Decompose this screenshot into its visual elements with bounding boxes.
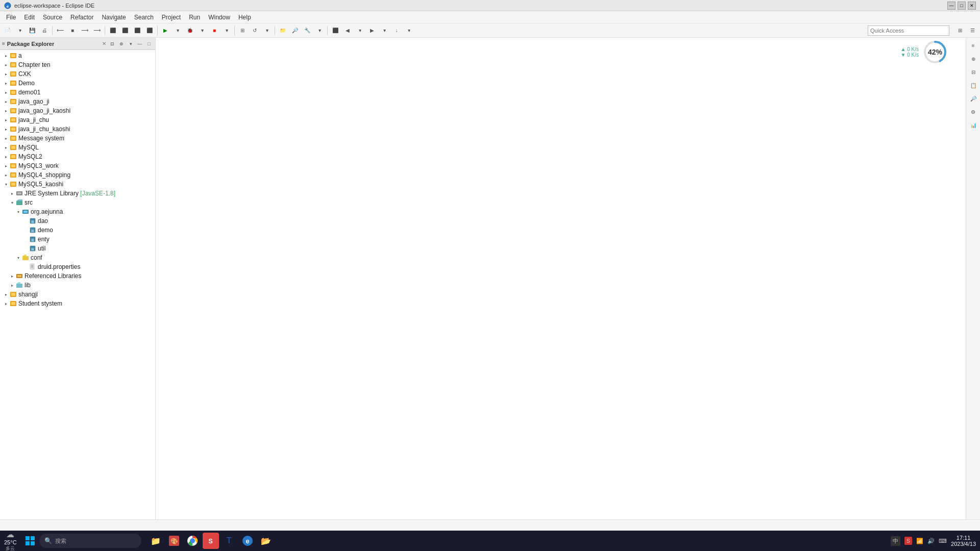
arrow-mysql2[interactable] (3, 154, 9, 160)
menu-run[interactable]: Run (185, 13, 204, 22)
tree-item-mysql3-work[interactable]: MySQL3_work (0, 161, 155, 170)
taskbar-app-sougou[interactable]: S (203, 533, 219, 549)
menu-navigate[interactable]: Navigate (97, 13, 130, 22)
toolbar-btn17[interactable]: 🔎 (289, 25, 301, 36)
toolbar-btn9[interactable]: ⬛ (107, 25, 118, 36)
tree-view[interactable]: a Chapter ten CXK (0, 50, 155, 519)
tree-item-mysql2[interactable]: MySQL2 (0, 152, 155, 161)
arrow-demo01[interactable] (3, 89, 9, 95)
arrow-mysql[interactable] (3, 144, 9, 151)
toolbar-run-dropdown[interactable]: ▾ (172, 25, 183, 36)
taskbar-app-paint[interactable]: 🎨 (166, 533, 182, 549)
toolbar-btn4[interactable]: 🖨 (39, 25, 50, 36)
arrow-org-aejunna[interactable] (15, 209, 21, 215)
tree-item-chapter-ten[interactable]: Chapter ten (0, 60, 155, 69)
toolbar-btn11[interactable]: ⬛ (132, 25, 143, 36)
toolbar-btn25[interactable]: ↓ (391, 25, 402, 36)
taskbar-app-word[interactable]: T (221, 533, 237, 549)
arrow-java-gao-ji[interactable] (3, 98, 9, 105)
quick-access-input[interactable] (868, 26, 949, 36)
toolbar-btn7[interactable]: ⟶ (79, 25, 90, 36)
tree-item-shangji[interactable]: shangji (0, 290, 155, 299)
toolbar-btn23[interactable]: ▶ (366, 25, 378, 36)
arrow-java-ji-chu[interactable] (3, 117, 9, 123)
toolbar-btn5[interactable]: ⟵ (55, 25, 66, 36)
tree-item-demo[interactable]: Demo (0, 79, 155, 88)
tree-item-java-ji-chu-kaoshi[interactable]: java_ji_chu_kaoshi (0, 124, 155, 134)
perspective-btn[interactable]: ⊞ (954, 25, 966, 36)
arrow-mysql3-work[interactable] (3, 163, 9, 169)
toolbar-btn22[interactable]: ▾ (354, 25, 365, 36)
tree-item-enty[interactable]: ⊞ enty (0, 235, 155, 244)
arrow-a[interactable] (3, 53, 9, 59)
tree-item-dao[interactable]: ⊞ dao (0, 216, 155, 226)
tree-item-java-gao-ji[interactable]: java_gao_ji (0, 97, 155, 106)
arrow-shangji[interactable] (3, 291, 9, 297)
tree-item-jre[interactable]: JRE System Library [JavaSE-1.8] (0, 189, 155, 198)
menu-search[interactable]: Search (130, 13, 158, 22)
right-btn5[interactable]: 🔎 (968, 93, 979, 104)
arrow-ref-libs[interactable] (9, 273, 15, 279)
toolbar-btn21[interactable]: ◀ (342, 25, 353, 36)
tree-item-conf[interactable]: conf (0, 253, 155, 262)
toolbar-btn18[interactable]: 🔧 (302, 25, 313, 36)
taskbar-sougou[interactable]: S (904, 537, 912, 545)
toolbar-btn13[interactable]: ⊞ (237, 25, 248, 36)
tree-item-student-system[interactable]: Student stystem (0, 299, 155, 308)
taskbar-app-explorer[interactable]: 📁 (148, 533, 164, 549)
tree-item-a[interactable]: a (0, 51, 155, 60)
tree-item-mysql[interactable]: MySQL (0, 143, 155, 152)
toolbar-save-btn[interactable]: 💾 (27, 25, 38, 36)
menu-source[interactable]: Source (39, 13, 66, 22)
collapse-all-btn[interactable]: ⊟ (108, 40, 116, 48)
toolbar-btn6[interactable]: ■ (67, 25, 78, 36)
taskbar-ime[interactable]: 中 (891, 536, 900, 546)
arrow-mysql4-shopping[interactable] (3, 172, 9, 178)
menu-help[interactable]: Help (234, 13, 255, 22)
menu-project[interactable]: Project (158, 13, 185, 22)
tree-item-message-system[interactable]: Message system (0, 134, 155, 143)
arrow-lib[interactable] (9, 282, 15, 288)
panel-close-icon[interactable]: ✕ (102, 41, 106, 46)
taskbar-app-eclipse2[interactable]: e (239, 533, 256, 549)
arrow-cxk[interactable] (3, 71, 9, 77)
panel-max-btn[interactable]: □ (145, 40, 153, 48)
tree-item-mysql4-shopping[interactable]: MySQL4_shopping (0, 170, 155, 180)
tree-item-cxk[interactable]: CXK (0, 69, 155, 79)
menu-edit[interactable]: Edit (20, 13, 39, 22)
toolbar-run-btn[interactable]: ▶ (160, 25, 171, 36)
taskbar-app-files[interactable]: 📂 (258, 533, 274, 549)
toolbar-debug-btn[interactable]: 🐞 (184, 25, 195, 36)
arrow-chapter-ten[interactable] (3, 62, 9, 68)
toolbar-btn19[interactable]: ▾ (314, 25, 325, 36)
right-btn7[interactable]: 📊 (968, 119, 979, 131)
toolbar-btn16[interactable]: 📁 (277, 25, 288, 36)
tree-item-demo-pkg[interactable]: ⊞ demo (0, 226, 155, 235)
right-btn1[interactable]: ≡ (968, 40, 979, 51)
tree-item-druid[interactable]: druid.properties (0, 262, 155, 271)
close-button[interactable]: ✕ (968, 2, 976, 10)
arrow-java-gao-ji-kaoshi[interactable] (3, 108, 9, 114)
tree-item-ref-libs[interactable]: Referenced Libraries (0, 271, 155, 281)
right-btn2[interactable]: ⊕ (968, 53, 979, 64)
toolbar-btn26[interactable]: ▾ (403, 25, 414, 36)
arrow-mysql5-kaoshi[interactable] (3, 181, 9, 187)
link-editor-btn[interactable]: ⊕ (117, 40, 126, 48)
toolbar-stop-dropdown[interactable]: ▾ (221, 25, 232, 36)
arrow-student-system[interactable] (3, 300, 9, 307)
toolbar-btn14[interactable]: ↺ (249, 25, 260, 36)
toolbar-btn8[interactable]: ⟶ (91, 25, 103, 36)
minimize-button[interactable]: — (947, 2, 955, 10)
taskbar-app-chrome[interactable] (184, 533, 201, 549)
menu-file[interactable]: File (2, 13, 20, 22)
tree-item-util[interactable]: ⊞ util (0, 244, 155, 253)
panel-settings-btn[interactable]: ▾ (127, 40, 135, 48)
toolbar-btn24[interactable]: ▾ (379, 25, 390, 36)
arrow-conf[interactable] (15, 255, 21, 261)
tree-item-src[interactable]: src (0, 198, 155, 207)
maximize-button[interactable]: □ (958, 2, 966, 10)
right-btn4[interactable]: 📋 (968, 80, 979, 91)
right-btn6[interactable]: ⚙ (968, 106, 979, 117)
toolbar-btn12[interactable]: ⬛ (144, 25, 155, 36)
tree-item-org-aejunna[interactable]: org.aejunna (0, 207, 155, 216)
